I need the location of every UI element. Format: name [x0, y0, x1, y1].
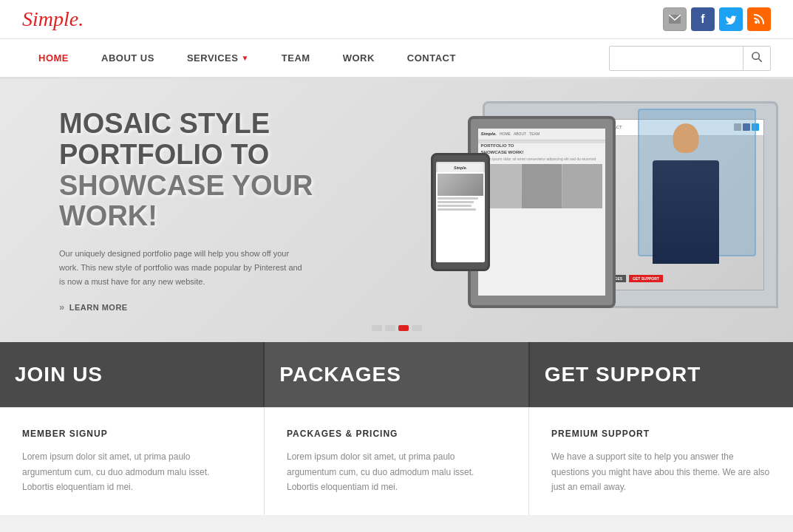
tablet-nav-links: HOME ABOUT TEAM [500, 132, 540, 136]
hero-title: MOSAIC STYLE PORTFOLIO TO SHOWCASE YOUR … [59, 109, 370, 232]
phone-line [438, 205, 472, 207]
packages-pricing-text: Lorem ipsum dolor sit amet, ut prima pau… [287, 449, 506, 494]
nav-work[interactable]: WORK [327, 39, 391, 77]
tablet-mockup: Simple. HOME ABOUT TEAM PORTFOLIO TO SHO… [468, 116, 616, 308]
phone-line [438, 197, 478, 200]
slider-dot[interactable] [372, 325, 382, 331]
tablet-heading: PORTFOLIO TO [481, 143, 603, 148]
search-button[interactable] [743, 47, 770, 70]
member-signup-text: Lorem ipsum dolor sit amet, ut prima pau… [22, 449, 242, 494]
top-bar: Simple. f [0, 0, 793, 39]
man-figure [653, 116, 719, 264]
phone-mockup: Simple. [431, 153, 490, 271]
info-card-member: MEMBER SIGNUP Lorem ipsum dolor sit amet… [0, 408, 265, 515]
join-us-button[interactable]: JOIN US [0, 342, 265, 407]
tablet-nav-item: HOME [500, 132, 511, 136]
nav-contact[interactable]: CONTACT [391, 39, 472, 77]
gallery-item [562, 164, 602, 208]
nav-links: HOME ABOUT US SERVICES ▼ TEAM WORK CONTA… [22, 39, 472, 77]
tablet-nav: Simple. HOME ABOUT TEAM [478, 129, 606, 140]
slider-dot[interactable] [412, 325, 422, 331]
nav-services[interactable]: SERVICES ▼ [171, 39, 265, 77]
twitter-icon[interactable] [719, 7, 743, 31]
tablet-screen: Simple. HOME ABOUT TEAM PORTFOLIO TO SHO… [478, 129, 606, 296]
tablet-nav-item: ABOUT [514, 132, 526, 136]
rss-icon[interactable] [747, 7, 771, 31]
man-suit [653, 160, 719, 264]
search-input[interactable] [610, 48, 743, 68]
get-support-button[interactable]: GET SUPPORT [530, 342, 793, 407]
tablet-heading2: SHOWCASE WORK! [481, 150, 603, 154]
nav-services-label: SERVICES [187, 52, 239, 64]
info-card-support: PREMIUM SUPPORT We have a support site t… [529, 408, 793, 515]
nav-home[interactable]: HOME [22, 39, 85, 77]
man-head [673, 123, 699, 153]
svg-point-1 [755, 21, 758, 24]
slider-dot-active[interactable] [398, 325, 409, 331]
phone-nav: Simple. [438, 163, 483, 172]
logo-text: Simple [22, 7, 78, 30]
hero-subtitle: Our uniquely designed portfolio page wil… [59, 247, 370, 288]
facebook-icon[interactable]: f [691, 7, 715, 31]
phone-content: Simple. [436, 162, 484, 262]
tablet-text: Lorem ipsum dolor sit amet consectetur a… [481, 157, 603, 162]
premium-support-title: PREMIUM SUPPORT [551, 429, 771, 439]
arrows-icon: » [59, 301, 65, 313]
member-signup-title: MEMBER SIGNUP [22, 429, 242, 439]
hero-title-line1: MOSAIC STYLE PORTFOLIO TO [59, 109, 370, 171]
nav-about[interactable]: ABOUT US [85, 39, 171, 77]
gallery-item [522, 164, 562, 208]
slider-dots [372, 325, 422, 331]
logo-dot: . [78, 7, 84, 30]
phone-screen: Simple. [436, 162, 484, 262]
phone-logo: Simple. [454, 166, 467, 170]
hero-section: MOSAIC STYLE PORTFOLIO TO SHOWCASE YOUR … [0, 79, 793, 342]
slider-dot[interactable] [385, 325, 395, 331]
hero-title-line2: SHOWCASE YOUR WORK! [59, 171, 370, 233]
search-box [609, 46, 771, 71]
svg-point-2 [752, 52, 759, 59]
info-cards: MEMBER SIGNUP Lorem ipsum dolor sit amet… [0, 407, 793, 515]
nav-team[interactable]: TEAM [265, 39, 327, 77]
tablet-content: Simple. HOME ABOUT TEAM PORTFOLIO TO SHO… [478, 129, 606, 296]
get-support-label: GET SUPPORT [629, 275, 663, 282]
packages-button[interactable]: PACKAGES [265, 342, 529, 407]
tablet-logo: Simple. [481, 132, 497, 136]
action-buttons: JOIN US PACKAGES GET SUPPORT [0, 342, 793, 407]
tablet-gallery [481, 164, 603, 208]
learn-more-link[interactable]: » LEARN MORE [59, 301, 370, 313]
svg-line-3 [758, 58, 762, 62]
learn-more-label: LEARN MORE [69, 303, 128, 312]
phone-line [438, 208, 476, 211]
logo[interactable]: Simple. [22, 7, 84, 31]
info-card-packages: PACKAGES & PRICING Lorem ipsum dolor sit… [265, 408, 529, 515]
premium-support-text: We have a support site to help you answe… [551, 449, 771, 494]
phone-line [438, 201, 474, 203]
packages-pricing-title: PACKAGES & PRICING [287, 429, 506, 439]
tablet-nav-item: TEAM [529, 132, 540, 136]
navigation: HOME ABOUT US SERVICES ▼ TEAM WORK CONTA… [0, 39, 793, 79]
email-icon[interactable] [663, 7, 687, 31]
hero-text: MOSAIC STYLE PORTFOLIO TO SHOWCASE YOUR … [59, 109, 370, 313]
social-icons: f [663, 7, 771, 31]
chevron-down-icon: ▼ [241, 54, 248, 62]
tablet-body: PORTFOLIO TO SHOWCASE WORK! Lorem ipsum … [478, 140, 606, 212]
phone-text-lines [438, 197, 483, 211]
phone-hero-image [438, 174, 483, 196]
hero-image: Simple. HOME ABOUT TEAM WORK CONTACT [423, 86, 778, 323]
